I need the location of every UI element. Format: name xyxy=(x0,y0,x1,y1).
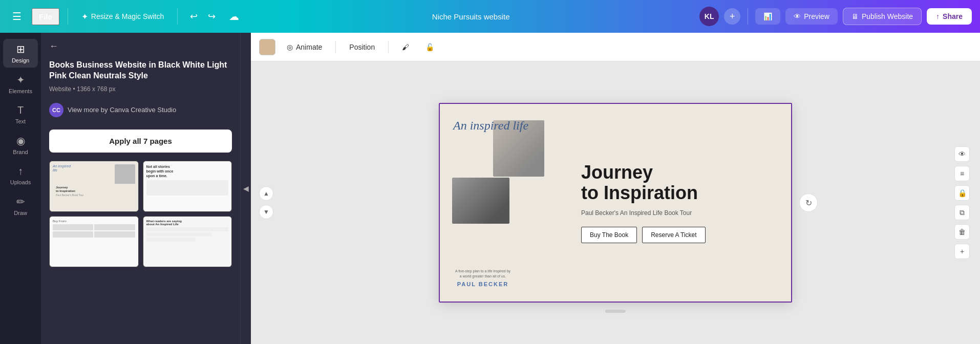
buy-book-button[interactable]: Buy The Book xyxy=(581,227,637,243)
text-icon: T xyxy=(17,104,24,116)
right-tools-panel: 👁 ≡ 🔒 ⧉ 🗑 + xyxy=(954,146,970,259)
topbar-right-group: KL + 📊 👁 Preview 🖥 Publish Website ↑ Sha… xyxy=(699,7,972,26)
toolbar-separator-2 xyxy=(388,41,389,53)
sidebar-item-uploads[interactable]: ↑ Uploads xyxy=(3,161,38,189)
toolbar-separator-1 xyxy=(335,41,336,53)
thumbnail-4[interactable]: What readers are sayingabout An Inspired… xyxy=(143,216,232,267)
canvas-right-section: Journey to Inspiration Paul Becker's An … xyxy=(565,116,779,289)
scroll-down-button[interactable]: ▼ xyxy=(259,205,273,219)
lock-tool-button[interactable]: 🔒 xyxy=(954,185,970,201)
book-tagline-1: A five-step plan to a life inspired by xyxy=(452,269,514,274)
canvas-heading: Journey to Inspiration xyxy=(581,162,779,203)
canvas-area: ◎ Animate Position 🖌 🔓 ▲ ▼ xyxy=(251,33,980,344)
sidebar-label-brand: Brand xyxy=(13,149,28,155)
duplicate-button[interactable]: ⧉ xyxy=(954,205,970,220)
sidebar-item-elements[interactable]: ✦ Elements xyxy=(3,70,38,98)
lock-button[interactable]: 🔓 xyxy=(420,40,439,54)
author-link[interactable]: View more by Canva Creative Studio xyxy=(68,106,176,114)
rotate-handle[interactable]: ↻ xyxy=(799,193,818,212)
file-menu-button[interactable]: File xyxy=(32,8,59,25)
canvas-scroll-indicator xyxy=(605,310,626,313)
analytics-button[interactable]: 📊 xyxy=(755,8,780,25)
layers-icon: ≡ xyxy=(960,169,964,178)
draw-icon: ✏ xyxy=(16,196,25,208)
reserve-ticket-button[interactable]: Reserve A Ticket xyxy=(642,227,705,243)
sidebar-item-design[interactable]: ⊞ Design xyxy=(3,39,38,68)
color-swatch[interactable] xyxy=(259,39,275,55)
design-canvas[interactable]: An inspired life A five-step plan to a l… xyxy=(439,103,792,303)
book-tagline-2: a world greater than all of us. xyxy=(452,274,514,279)
topbar-divider-3 xyxy=(748,8,748,25)
uploads-icon: ↑ xyxy=(18,165,23,177)
scroll-controls: ▲ ▼ xyxy=(259,186,273,219)
thumbnail-1[interactable]: An inspiredlife Journeyto Inspiration Pa… xyxy=(49,161,139,212)
cloud-save-icon[interactable]: ☁ xyxy=(226,7,242,26)
resize-magic-switch-button[interactable]: ✦ Resize & Magic Switch xyxy=(76,9,169,25)
lock-tool-icon: 🔒 xyxy=(958,189,967,197)
animate-label: Animate xyxy=(296,43,322,51)
lock-icon: 🔓 xyxy=(425,43,434,51)
topbar-divider-1 xyxy=(68,8,68,25)
apply-all-pages-button[interactable]: Apply all 7 pages xyxy=(49,130,232,153)
inspired-text: An inspired life xyxy=(453,118,528,133)
layers-button[interactable]: ≡ xyxy=(954,166,970,181)
paint-tool-button[interactable]: 🖌 xyxy=(397,40,414,54)
add-tool-button[interactable]: + xyxy=(954,244,970,259)
publish-icon: 🖥 xyxy=(851,12,859,20)
elements-icon: ✦ xyxy=(16,74,25,86)
duplicate-icon: ⧉ xyxy=(960,208,965,217)
topbar-divider-2 xyxy=(177,8,178,25)
sidebar-item-draw[interactable]: ✏ Draw xyxy=(3,191,38,220)
menu-icon[interactable]: ☰ xyxy=(8,6,26,27)
left-sidebar: ⊞ Design ✦ Elements T Text ◉ Brand ↑ Upl… xyxy=(0,33,41,344)
photo-bottom xyxy=(452,178,509,224)
paint-icon: 🖌 xyxy=(402,43,409,51)
preview-icon: 👁 xyxy=(794,12,801,20)
canvas-toolbar: ◎ Animate Position 🖌 🔓 xyxy=(251,33,980,61)
canvas-buttons: Buy The Book Reserve A Ticket xyxy=(581,227,779,243)
chart-icon: 📊 xyxy=(763,12,772,20)
share-label: Share xyxy=(943,12,963,20)
design-icon: ⊞ xyxy=(16,43,25,55)
position-label: Position xyxy=(349,43,375,51)
undo-button[interactable]: ↩ xyxy=(186,8,202,25)
animate-button[interactable]: ◎ Animate xyxy=(282,40,327,54)
sidebar-label-uploads: Uploads xyxy=(10,179,31,185)
document-title[interactable]: Niche Pursuits website xyxy=(432,12,510,21)
preview-label: Preview xyxy=(804,12,829,20)
sidebar-item-brand[interactable]: ◉ Brand xyxy=(3,131,38,159)
delete-button[interactable]: 🗑 xyxy=(954,224,970,240)
scroll-up-button[interactable]: ▲ xyxy=(259,186,273,201)
panel-template-title: Books Business Website in Black White Li… xyxy=(41,56,240,83)
sidebar-item-text[interactable]: T Text xyxy=(3,100,38,128)
thumbnail-3[interactable]: Buy From: xyxy=(49,216,139,267)
author-avatar: CC xyxy=(49,103,63,117)
panel-collapse-handle[interactable]: ◀ xyxy=(241,33,251,344)
redo-button[interactable]: ↪ xyxy=(204,8,220,25)
canvas-workspace[interactable]: ▲ ▼ 👁 ≡ 🔒 ⧉ 🗑 xyxy=(251,61,980,344)
add-collaborator-button[interactable]: + xyxy=(724,8,740,25)
sidebar-label-design: Design xyxy=(12,57,29,63)
panel-author-row: CC View more by Canva Creative Studio xyxy=(41,99,240,125)
eye-icon: 👁 xyxy=(958,150,966,158)
thumbnail-2[interactable]: Not all storiesbegin with onceupon a tim… xyxy=(143,161,232,212)
animate-icon: ◎ xyxy=(287,43,293,51)
topbar: ☰ File ✦ Resize & Magic Switch ↩ ↪ ☁ Nic… xyxy=(0,0,980,33)
trash-icon: 🗑 xyxy=(958,228,966,236)
add-tool-icon: + xyxy=(960,247,964,255)
panel-back-button[interactable]: ← xyxy=(41,33,240,56)
position-button[interactable]: Position xyxy=(344,40,380,54)
magic-icon: ✦ xyxy=(81,12,88,22)
avatar[interactable]: KL xyxy=(699,7,719,26)
canvas-author-name: PAUL BECKER xyxy=(452,281,514,287)
canvas-left-section: An inspired life A five-step plan to a l… xyxy=(452,116,565,289)
eye-tool-button[interactable]: 👁 xyxy=(954,146,970,162)
template-panel: ← Books Business Website in Black White … xyxy=(41,33,241,344)
thumbnails-grid: An inspiredlife Journeyto Inspiration Pa… xyxy=(41,161,240,275)
publish-label: Publish Website xyxy=(862,12,913,20)
publish-button[interactable]: 🖥 Publish Website xyxy=(843,8,922,25)
share-button[interactable]: ↑ Share xyxy=(927,8,972,25)
sidebar-label-draw: Draw xyxy=(14,210,27,216)
back-arrow-icon: ← xyxy=(49,41,58,52)
preview-button[interactable]: 👁 Preview xyxy=(785,8,838,25)
